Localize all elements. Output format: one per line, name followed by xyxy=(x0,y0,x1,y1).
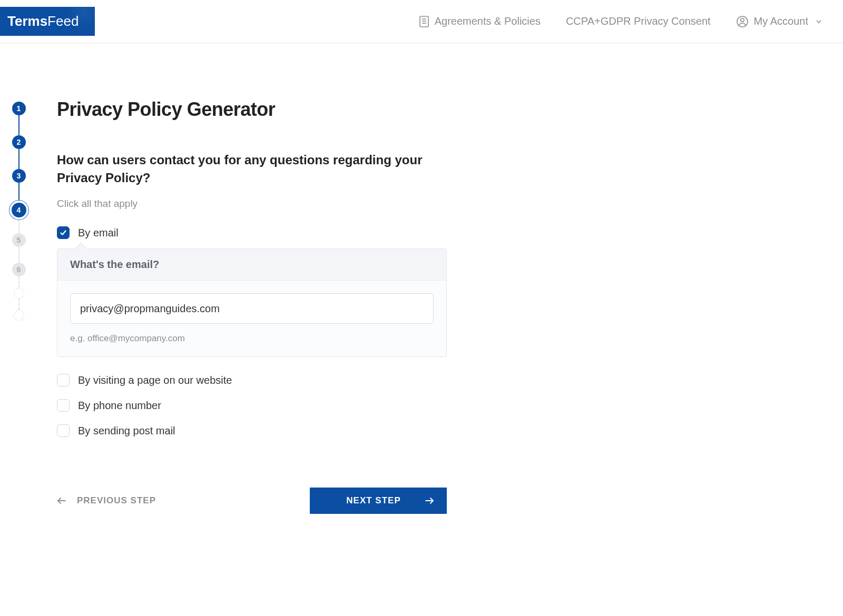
checkbox-email[interactable] xyxy=(57,226,70,239)
content: Privacy Policy Generator How can users c… xyxy=(57,98,536,514)
chevron-down-icon xyxy=(816,18,822,25)
option-email-label: By email xyxy=(78,227,119,239)
logo-bold: Terms xyxy=(7,13,47,29)
nav-agreements-label: Agreements & Policies xyxy=(435,15,541,27)
nav-account-label: My Account xyxy=(754,15,808,27)
next-step-label: NEXT STEP xyxy=(322,495,425,506)
step-5: 5 xyxy=(12,233,26,247)
previous-step-button[interactable]: PREVIOUS STEP xyxy=(57,495,156,506)
step-1[interactable]: 1 xyxy=(12,102,26,115)
step-4-current[interactable]: 4 xyxy=(12,203,26,217)
email-panel-body: e.g. office@mycompany.com xyxy=(57,281,446,356)
step-line xyxy=(18,115,19,135)
step-line xyxy=(18,183,19,203)
top-nav: Agreements & Policies CCPA+GDPR Privacy … xyxy=(419,15,822,28)
stepper: 1 2 3 4 5 6 xyxy=(4,98,33,514)
option-page[interactable]: By visiting a page on our website xyxy=(57,374,536,386)
nav-ccpa-label: CCPA+GDPR Privacy Consent xyxy=(566,15,711,27)
step-3[interactable]: 3 xyxy=(12,169,26,183)
next-step-button[interactable]: NEXT STEP xyxy=(310,488,447,514)
checkbox-phone[interactable] xyxy=(57,399,70,412)
logo[interactable]: TermsFeed xyxy=(0,7,95,36)
email-input[interactable] xyxy=(70,293,434,324)
option-mail[interactable]: By sending post mail xyxy=(57,424,536,437)
option-page-label: By visiting a page on our website xyxy=(78,374,232,386)
step-line xyxy=(18,276,19,288)
step-placeholder xyxy=(14,310,24,321)
step-line xyxy=(18,149,19,169)
hint: Click all that apply xyxy=(57,198,536,210)
email-panel: What's the email? e.g. office@mycompany.… xyxy=(57,249,447,357)
email-panel-header: What's the email? xyxy=(57,249,446,281)
option-phone[interactable]: By phone number xyxy=(57,399,536,412)
option-email[interactable]: By email xyxy=(57,226,536,239)
step-6: 6 xyxy=(12,263,26,276)
step-2[interactable]: 2 xyxy=(12,135,26,149)
document-icon xyxy=(419,15,429,28)
question: How can users contact you for any questi… xyxy=(57,151,436,186)
previous-step-label: PREVIOUS STEP xyxy=(77,495,156,506)
header: TermsFeed Agreements & Policies CCPA+GDP… xyxy=(0,0,843,43)
svg-rect-0 xyxy=(420,16,428,27)
nav-agreements[interactable]: Agreements & Policies xyxy=(419,15,541,28)
step-line xyxy=(18,247,19,263)
page-title: Privacy Policy Generator xyxy=(57,98,536,121)
user-icon xyxy=(736,15,749,28)
logo-light: Feed xyxy=(47,13,79,29)
checkbox-mail[interactable] xyxy=(57,424,70,437)
arrow-right-icon xyxy=(425,497,434,504)
actions: PREVIOUS STEP NEXT STEP xyxy=(57,488,447,514)
email-example: e.g. office@mycompany.com xyxy=(70,333,434,344)
checkbox-page[interactable] xyxy=(57,374,70,386)
step-placeholder xyxy=(14,288,24,299)
nav-account[interactable]: My Account xyxy=(736,15,822,28)
option-phone-label: By phone number xyxy=(78,400,161,412)
svg-point-5 xyxy=(740,18,743,21)
nav-ccpa[interactable]: CCPA+GDPR Privacy Consent xyxy=(566,15,711,27)
page-body: 1 2 3 4 5 6 Privacy Policy Generator How… xyxy=(0,43,843,535)
arrow-left-icon xyxy=(57,497,66,504)
check-icon xyxy=(60,229,67,236)
step-line xyxy=(18,217,19,233)
step-line xyxy=(18,299,19,310)
option-mail-label: By sending post mail xyxy=(78,425,175,437)
